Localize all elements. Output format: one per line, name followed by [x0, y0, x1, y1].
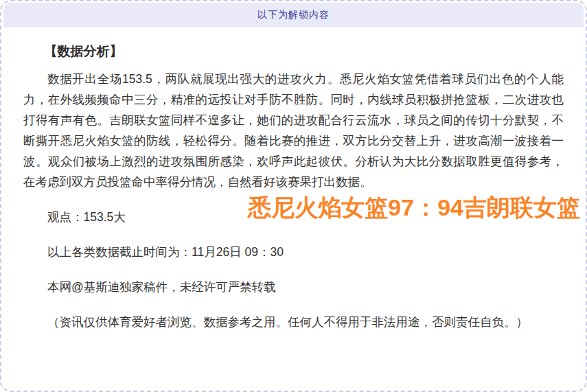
- analysis-content: 【数据分析】 数据开出全场153.5，两队就展现出强大的进攻火力。悉尼火焰女篮凭…: [1, 27, 586, 332]
- unlocked-content-panel: 以下为解锁内容 【数据分析】 数据开出全场153.5，两队就展现出强大的进攻火力…: [0, 0, 587, 392]
- data-analysis-title: 【数据分析】: [23, 41, 564, 62]
- copyright-line: 本网@基斯迪独家稿件，未经许可严禁转载: [23, 277, 564, 297]
- data-deadline-line: 以上各类数据截止时间为：11月26日 09：30: [23, 242, 564, 262]
- viewpoint-line: 观点：153.5大: [23, 207, 564, 227]
- unlocked-content-banner-label: 以下为解锁内容: [257, 9, 330, 21]
- disclaimer-line: （资讯仅供体育爱好者浏览、数据参考之用。任何人不得用于非法用途，否则责任自负。）: [23, 312, 564, 332]
- unlocked-content-banner: 以下为解锁内容: [3, 3, 584, 27]
- analysis-paragraph: 数据开出全场153.5，两队就展现出强大的进攻火力。悉尼火焰女篮凭借着球员们出色…: [23, 69, 564, 192]
